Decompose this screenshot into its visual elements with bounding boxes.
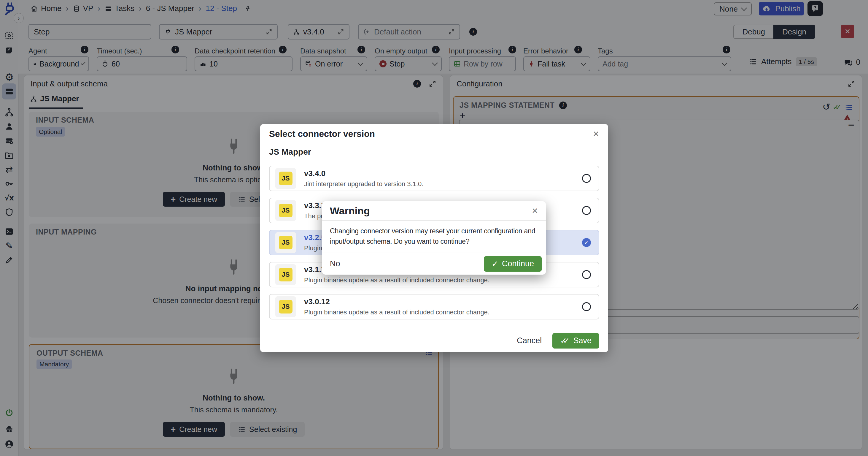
js-badge: JS	[279, 300, 292, 314]
js-badge: JS	[279, 204, 292, 217]
modal-connector-name: JS Mapper	[260, 144, 608, 160]
js-badge: JS	[279, 172, 292, 185]
radio-unselected-icon[interactable]	[582, 206, 591, 215]
radio-unselected-icon[interactable]	[582, 174, 591, 183]
modal-footer: Cancel ✓✓ Save	[260, 329, 608, 352]
connector-chip: JS	[275, 168, 297, 189]
close-icon[interactable]: ✕	[593, 130, 599, 138]
warning-header: Warning ✕	[322, 201, 546, 221]
modal-header: Select connector version ✕	[260, 124, 608, 144]
js-badge: JS	[279, 268, 292, 281]
modal-title: Select connector version	[269, 129, 593, 139]
warning-dialog: Warning ✕ Changing connector version may…	[322, 201, 546, 275]
version-row[interactable]: JS v3.0.12Plugin binaries update as a re…	[269, 294, 599, 319]
no-button[interactable]: No	[330, 259, 340, 268]
warning-title: Warning	[330, 205, 532, 217]
warning-message: Changing connector version may reset you…	[322, 221, 546, 253]
connector-chip: JS	[275, 264, 297, 285]
double-check-icon: ✓✓	[560, 337, 569, 345]
close-icon[interactable]: ✕	[532, 206, 538, 215]
cancel-button[interactable]: Cancel	[517, 336, 542, 345]
save-button[interactable]: ✓✓ Save	[552, 333, 599, 348]
radio-unselected-icon[interactable]	[582, 270, 591, 279]
app-root: ⚙ ⇄ √x ✎	[0, 0, 868, 456]
radio-unselected-icon[interactable]	[582, 302, 591, 311]
connector-chip: JS	[275, 296, 297, 317]
connector-chip: JS	[275, 232, 297, 253]
warning-footer: No ✓ Continue	[322, 253, 546, 275]
radio-selected-icon[interactable]: ✓	[582, 238, 591, 247]
check-icon: ✓	[492, 260, 498, 268]
js-badge: JS	[279, 236, 292, 249]
continue-button[interactable]: ✓ Continue	[484, 256, 542, 272]
version-row[interactable]: JS v3.4.0Jint interpreter upgraded to ve…	[269, 166, 599, 191]
connector-chip: JS	[275, 200, 297, 221]
